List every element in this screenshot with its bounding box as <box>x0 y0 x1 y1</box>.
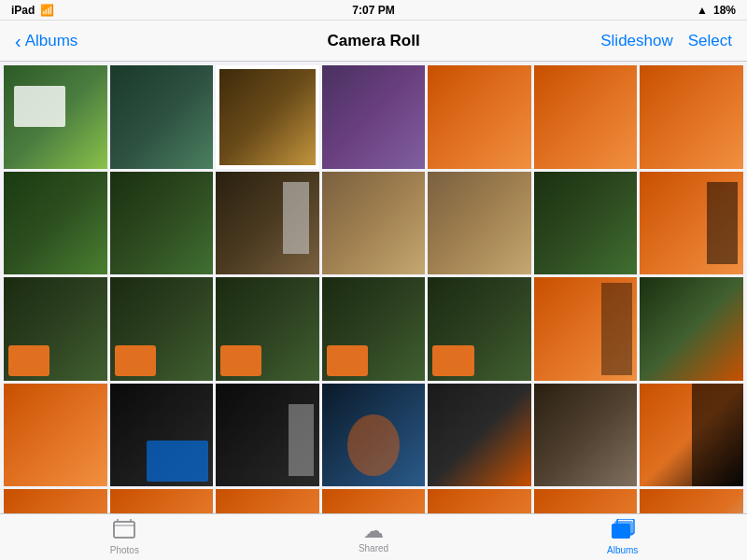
photo-cell-4[interactable] <box>322 65 426 169</box>
photo-cell-26[interactable] <box>428 384 531 487</box>
tab-bar: Photos ☁ Shared Albums <box>0 513 747 560</box>
photo-cell-28[interactable] <box>640 384 743 487</box>
tab-photos-label: Photos <box>110 545 139 555</box>
photo-cell-24[interactable] <box>216 384 319 487</box>
status-bar: iPad 📶 7:07 PM ▲ 18% <box>0 0 747 21</box>
photo-cell-9[interactable] <box>110 172 214 275</box>
tab-photos[interactable]: Photos <box>0 514 249 560</box>
photo-cell-18[interactable] <box>322 277 426 381</box>
photo-cell-1[interactable] <box>4 65 107 169</box>
tab-shared-label: Shared <box>359 543 388 553</box>
photo-cell-23[interactable] <box>110 384 214 487</box>
nav-actions: Slideshow Select <box>600 32 732 50</box>
photo-cell-33[interactable] <box>428 489 531 513</box>
photo-cell-32[interactable] <box>322 489 426 513</box>
carrier-label: iPad <box>11 4 35 17</box>
photo-cell-19[interactable] <box>428 277 531 381</box>
back-label: Albums <box>25 32 78 50</box>
photo-cell-22[interactable] <box>4 384 107 487</box>
photo-cell-5[interactable] <box>428 65 531 169</box>
photo-cell-6[interactable] <box>534 65 638 169</box>
slideshow-button[interactable]: Slideshow <box>600 32 673 50</box>
photo-cell-11[interactable] <box>322 172 426 275</box>
tab-albums-label: Albums <box>607 545 638 555</box>
svg-rect-1 <box>114 522 134 538</box>
photo-cell-31[interactable] <box>216 489 319 513</box>
wifi-icon: 📶 <box>40 4 54 17</box>
shared-icon: ☁ <box>363 521 384 541</box>
tab-shared[interactable]: ☁ Shared <box>249 514 499 560</box>
battery-label: 18% <box>713 4 736 17</box>
photo-cell-25[interactable] <box>322 384 426 487</box>
photo-cell-16[interactable] <box>110 277 214 381</box>
photo-cell-17[interactable] <box>216 277 319 381</box>
photo-cell-12[interactable] <box>428 172 531 275</box>
back-button[interactable]: ‹ Albums <box>15 32 78 50</box>
photo-grid <box>4 65 743 513</box>
status-right: ▲ 18% <box>697 4 736 17</box>
photo-grid-container[interactable] <box>0 62 747 513</box>
albums-icon <box>611 519 635 543</box>
page-title: Camera Roll <box>327 32 419 50</box>
select-button[interactable]: Select <box>688 32 732 50</box>
photo-cell-8[interactable] <box>4 172 107 275</box>
photo-cell-3[interactable] <box>216 65 319 169</box>
photos-icon <box>113 519 135 543</box>
photo-cell-21[interactable] <box>640 277 743 381</box>
photo-cell-10[interactable] <box>216 172 319 275</box>
photo-cell-15[interactable] <box>4 277 107 381</box>
svg-rect-0 <box>114 522 134 538</box>
signal-icon: ▲ <box>697 4 708 17</box>
nav-bar: ‹ Albums Camera Roll Slideshow Select <box>0 21 747 62</box>
photo-cell-7[interactable] <box>640 65 743 169</box>
photo-cell-35[interactable] <box>640 489 743 513</box>
photo-cell-2[interactable] <box>110 65 214 169</box>
back-chevron-icon: ‹ <box>15 32 21 50</box>
photo-cell-14[interactable] <box>640 172 743 275</box>
photo-cell-13[interactable] <box>534 172 638 275</box>
photo-cell-30[interactable] <box>110 489 214 513</box>
status-time: 7:07 PM <box>352 4 394 17</box>
photo-cell-34[interactable] <box>534 489 638 513</box>
photo-cell-29[interactable] <box>4 489 107 513</box>
photo-cell-27[interactable] <box>534 384 638 487</box>
status-left: iPad 📶 <box>11 4 54 17</box>
photo-cell-20[interactable] <box>534 277 638 381</box>
tab-albums[interactable]: Albums <box>498 514 747 560</box>
